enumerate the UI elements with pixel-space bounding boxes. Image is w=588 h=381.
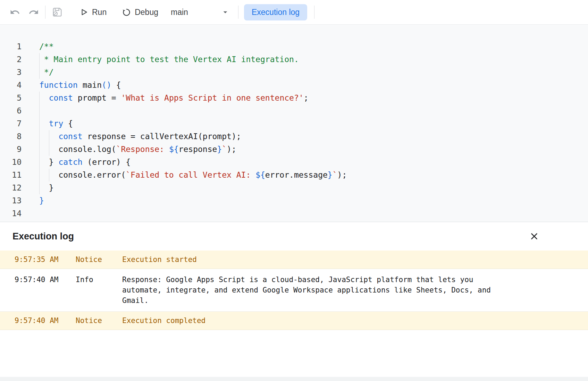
- execution-log-button[interactable]: Execution log: [244, 4, 307, 20]
- function-selector-value: main: [171, 8, 188, 17]
- toolbar-divider: [314, 6, 314, 19]
- code-text: const response = callVertexAI(prompt);: [39, 130, 241, 143]
- execution-log-header: Execution log: [0, 222, 588, 251]
- save-status-icon: [52, 7, 63, 18]
- code-line[interactable]: 6: [0, 104, 588, 117]
- line-number: 2: [0, 53, 22, 66]
- close-icon: [529, 231, 539, 242]
- code-text: console.error(`Failed to call Vertex AI:…: [39, 169, 347, 181]
- chevron-down-icon: [221, 8, 230, 17]
- code-editor[interactable]: 1/**2 * Main entry point to test the Ver…: [0, 25, 588, 222]
- line-number: 7: [0, 117, 22, 130]
- log-entry: 9:57:35 AMNoticeExecution started: [0, 251, 588, 269]
- code-text: */: [39, 66, 54, 79]
- log-entry: 9:57:40 AMInfoResponse: Google Apps Scri…: [0, 269, 588, 312]
- line-number: 9: [0, 143, 22, 156]
- debug-button[interactable]: Debug: [122, 8, 158, 17]
- log-level: Notice: [76, 255, 122, 264]
- log-message: Execution completed: [122, 316, 504, 325]
- run-label: Run: [92, 8, 107, 17]
- line-number: 1: [0, 40, 22, 53]
- log-time: 9:57:40 AM: [15, 316, 76, 325]
- execution-log-title: Execution log: [12, 231, 74, 242]
- debug-icon: [122, 8, 131, 17]
- code-text: }: [39, 181, 54, 194]
- indent-guide: [49, 130, 49, 156]
- code-text: try {: [39, 117, 73, 130]
- log-time: 9:57:40 AM: [15, 274, 76, 285]
- line-number: 5: [0, 92, 22, 104]
- undo-icon: [10, 7, 20, 17]
- code-line[interactable]: 8 const response = callVertexAI(prompt);: [0, 130, 588, 143]
- function-selector[interactable]: main: [171, 8, 230, 17]
- execution-log-button-label: Execution log: [252, 8, 300, 17]
- execution-log-panel: Execution log 9:57:35 AMNoticeExecution …: [0, 222, 588, 330]
- toolbar: Run Debug main Execution log: [0, 0, 588, 25]
- code-line[interactable]: 11 console.error(`Failed to call Vertex …: [0, 169, 588, 181]
- line-number: 13: [0, 194, 22, 207]
- line-number: 3: [0, 66, 22, 79]
- save-status-button[interactable]: [51, 6, 64, 18]
- log-level: Info: [76, 274, 122, 285]
- code-lines: 1/**2 * Main entry point to test the Ver…: [0, 40, 588, 220]
- apps-script-editor: Run Debug main Execution log 1/**2 * Mai…: [0, 0, 588, 381]
- close-log-button[interactable]: [529, 231, 539, 242]
- line-number: 8: [0, 130, 22, 143]
- line-number: 4: [0, 79, 22, 92]
- code-line[interactable]: 3 */: [0, 66, 588, 79]
- code-line[interactable]: 4function main() {: [0, 79, 588, 92]
- toolbar-divider: [45, 6, 45, 19]
- code-line[interactable]: 2 * Main entry point to test the Vertex …: [0, 53, 588, 66]
- code-text: const prompt = 'What is Apps Script in o…: [39, 92, 309, 104]
- log-message: Execution started: [122, 255, 504, 264]
- code-text: console.log(`Response: ${response}`);: [39, 143, 236, 156]
- undo-button[interactable]: [9, 6, 21, 18]
- code-line[interactable]: 13}: [0, 194, 588, 207]
- log-entry: 9:57:40 AMNoticeExecution completed: [0, 312, 588, 330]
- line-number: 6: [0, 104, 22, 117]
- log-level: Notice: [76, 316, 122, 325]
- line-number: 10: [0, 156, 22, 169]
- run-play-icon: [79, 8, 89, 17]
- code-line[interactable]: 10 } catch (error) {: [0, 156, 588, 169]
- redo-icon: [28, 7, 39, 17]
- run-button[interactable]: Run: [79, 8, 107, 17]
- toolbar-divider: [238, 6, 238, 19]
- line-number: 12: [0, 181, 22, 194]
- code-text: }: [39, 194, 44, 207]
- indent-guide: [39, 53, 40, 79]
- log-time: 9:57:35 AM: [15, 255, 76, 264]
- line-number: 11: [0, 169, 22, 181]
- code-text: } catch (error) {: [39, 156, 131, 169]
- code-text: /**: [39, 40, 54, 53]
- debug-label: Debug: [135, 8, 158, 17]
- log-message: Response: Google Apps Script is a cloud-…: [122, 274, 504, 306]
- code-line[interactable]: 12 }: [0, 181, 588, 194]
- indent-guide: [49, 169, 49, 181]
- log-entries: 9:57:35 AMNoticeExecution started9:57:40…: [0, 251, 588, 330]
- line-number: 14: [0, 207, 22, 220]
- code-line[interactable]: 14: [0, 207, 588, 220]
- code-text: * Main entry point to test the Vertex AI…: [39, 53, 299, 66]
- bottom-edge-strip: [0, 377, 588, 381]
- indent-guide: [39, 92, 40, 194]
- code-text: function main() {: [39, 79, 121, 92]
- redo-button[interactable]: [28, 6, 40, 18]
- code-line[interactable]: 7 try {: [0, 117, 588, 130]
- code-line[interactable]: 5 const prompt = 'What is Apps Script in…: [0, 92, 588, 104]
- code-line[interactable]: 9 console.log(`Response: ${response}`);: [0, 143, 588, 156]
- code-line[interactable]: 1/**: [0, 40, 588, 53]
